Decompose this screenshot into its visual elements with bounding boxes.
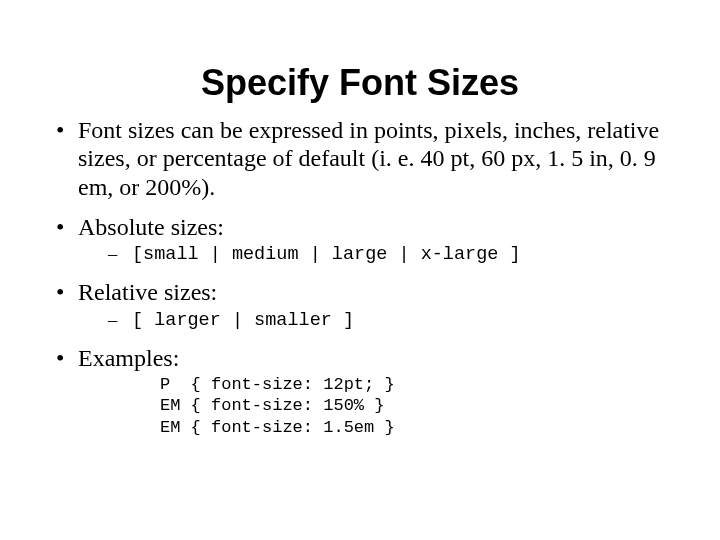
bullet-item: Relative sizes: [ larger | smaller ] xyxy=(50,278,670,331)
sub-bullet-item: [small | medium | large | x-large ] xyxy=(78,243,670,266)
bullet-item: Examples: P { font-size: 12pt; } EM { fo… xyxy=(50,344,670,438)
sub-bullet-list: [small | medium | large | x-large ] xyxy=(78,243,670,266)
sub-bullet-list: [ larger | smaller ] xyxy=(78,309,670,332)
sub-bullet-text: [small | medium | large | x-large ] xyxy=(132,244,521,265)
bullet-list: Font sizes can be expressed in points, p… xyxy=(50,116,670,438)
slide-body: Font sizes can be expressed in points, p… xyxy=(0,116,720,438)
code-example: P { font-size: 12pt; } EM { font-size: 1… xyxy=(160,374,670,438)
bullet-text: Relative sizes: xyxy=(78,279,217,305)
bullet-item: Font sizes can be expressed in points, p… xyxy=(50,116,670,201)
bullet-text: Examples: xyxy=(78,345,179,371)
slide: Specify Font Sizes Font sizes can be exp… xyxy=(0,62,720,540)
bullet-text: Absolute sizes: xyxy=(78,214,224,240)
slide-title: Specify Font Sizes xyxy=(0,62,720,104)
sub-bullet-text: [ larger | smaller ] xyxy=(132,310,354,331)
bullet-text: Font sizes can be expressed in points, p… xyxy=(78,117,659,200)
sub-bullet-item: [ larger | smaller ] xyxy=(78,309,670,332)
bullet-item: Absolute sizes: [small | medium | large … xyxy=(50,213,670,266)
